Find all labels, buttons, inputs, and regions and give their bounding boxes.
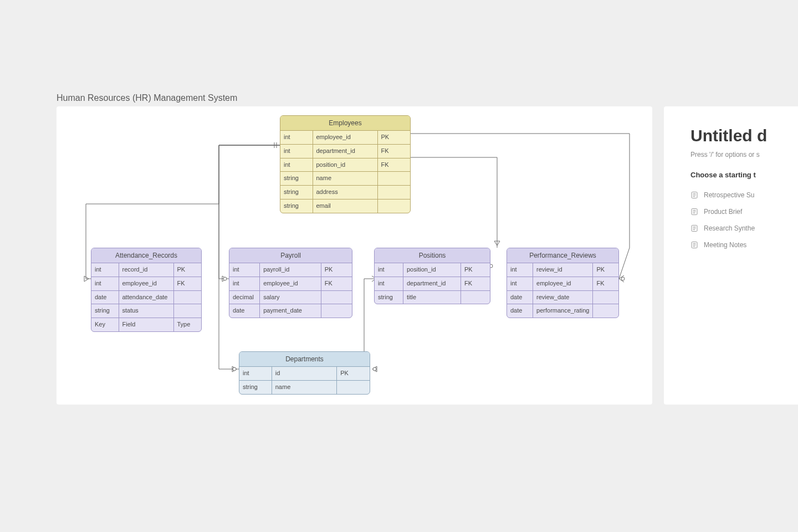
diagram-canvas[interactable]: Employeesintemployee_idPKintdepartment_i… xyxy=(57,106,652,405)
col-type: date xyxy=(507,304,533,318)
col-type: string xyxy=(239,380,272,394)
col-field: status xyxy=(119,304,174,318)
entity-row[interactable]: intposition_idFK xyxy=(280,158,410,172)
entity-row[interactable]: intrecord_idPK xyxy=(91,263,201,277)
entity-row[interactable]: dateattendance_date xyxy=(91,290,201,304)
col-key: FK xyxy=(321,277,352,290)
templates-heading: Choose a starting t xyxy=(690,171,798,179)
entity-row[interactable]: stringaddress xyxy=(280,185,410,199)
entity-header[interactable]: Performance_Reviews xyxy=(507,248,618,263)
col-key: PK xyxy=(174,263,202,277)
col-key: PK xyxy=(593,263,618,277)
col-key xyxy=(321,290,352,304)
template-item[interactable]: Research Synthe xyxy=(690,220,798,237)
entity-row[interactable]: intdepartment_idFK xyxy=(280,144,410,158)
entity-row[interactable]: stringname xyxy=(239,380,370,394)
col-key xyxy=(337,380,370,394)
svg-point-3 xyxy=(373,367,376,371)
entity-employees[interactable]: Employeesintemployee_idPKintdepartment_i… xyxy=(280,115,411,213)
col-field: employee_id xyxy=(119,277,174,290)
entity-header[interactable]: Payroll xyxy=(229,248,352,263)
col-type: string xyxy=(280,171,313,185)
col-key xyxy=(174,290,202,304)
col-key xyxy=(174,304,202,318)
document-icon xyxy=(690,208,698,216)
col-type: int xyxy=(91,263,119,277)
entity-row[interactable]: intreview_idPK xyxy=(507,263,618,277)
entity-row[interactable]: intposition_idPK xyxy=(375,263,490,277)
entity-row[interactable]: intdepartment_idFK xyxy=(375,277,490,290)
col-field: performance_rating xyxy=(533,304,593,318)
entity-row[interactable]: stringtitle xyxy=(375,290,490,304)
entity-payroll[interactable]: Payrollintpayroll_idPKintemployee_idFKde… xyxy=(229,248,352,318)
col-type: int xyxy=(229,277,260,290)
col-key: PK xyxy=(461,263,490,277)
entity-row[interactable]: intemployee_idPK xyxy=(280,131,410,144)
col-field: name xyxy=(272,380,337,394)
col-type: string xyxy=(280,185,313,199)
diagram-title: Human Resources (HR) Management System xyxy=(57,93,237,103)
col-field: Field xyxy=(119,318,174,331)
entity-row[interactable]: intemployee_idFK xyxy=(229,277,352,290)
col-key: PK xyxy=(378,131,411,144)
col-type: int xyxy=(507,277,533,290)
col-type: date xyxy=(91,290,119,304)
col-key: PK xyxy=(321,263,352,277)
doc-title[interactable]: Untitled d xyxy=(690,126,798,145)
col-field: record_id xyxy=(119,263,174,277)
entity-header[interactable]: Positions xyxy=(375,248,490,263)
col-field: department_id xyxy=(313,144,378,158)
col-field: review_date xyxy=(533,290,593,304)
col-key xyxy=(593,304,618,318)
entity-row[interactable]: datereview_date xyxy=(507,290,618,304)
entity-row[interactable]: decimalsalary xyxy=(229,290,352,304)
col-key xyxy=(461,290,490,304)
col-type: int xyxy=(507,263,533,277)
col-field: position_id xyxy=(403,263,461,277)
col-type: decimal xyxy=(229,290,260,304)
col-field: id xyxy=(272,367,337,380)
entity-row[interactable]: stringname xyxy=(280,171,410,185)
col-key xyxy=(378,199,411,213)
template-label: Meeting Notes xyxy=(704,241,746,249)
template-item[interactable]: Product Brief xyxy=(690,203,798,220)
col-key: PK xyxy=(337,367,370,380)
col-field: payment_date xyxy=(260,304,321,318)
col-type: int xyxy=(280,131,313,144)
template-item[interactable]: Meeting Notes xyxy=(690,237,798,253)
col-key xyxy=(378,171,411,185)
entity-row[interactable]: intidPK xyxy=(239,367,370,380)
entity-row[interactable]: KeyFieldType xyxy=(91,318,201,331)
template-item[interactable]: Retrospective Su xyxy=(690,187,798,203)
col-field: employee_id xyxy=(260,277,321,290)
entity-header[interactable]: Departments xyxy=(239,352,370,367)
col-type: date xyxy=(507,290,533,304)
entity-departments[interactable]: DepartmentsintidPKstringname xyxy=(239,351,370,395)
col-type: int xyxy=(280,144,313,158)
entity-row[interactable]: datepayment_date xyxy=(229,304,352,318)
entity-positions[interactable]: Positionsintposition_idPKintdepartment_i… xyxy=(374,248,490,304)
col-field: review_id xyxy=(533,263,593,277)
col-key xyxy=(321,304,352,318)
entity-performance-reviews[interactable]: Performance_Reviewsintreview_idPKintempl… xyxy=(507,248,619,318)
col-type: string xyxy=(280,199,313,213)
entity-row[interactable]: intemployee_idFK xyxy=(507,277,618,290)
template-label: Research Synthe xyxy=(704,224,755,232)
entity-row[interactable]: intemployee_idFK xyxy=(91,277,201,290)
entity-header[interactable]: Employees xyxy=(280,116,410,131)
entity-attendance-records[interactable]: Attendance_Recordsintrecord_idPKintemplo… xyxy=(91,248,202,332)
svg-point-0 xyxy=(223,277,227,280)
entity-row[interactable]: stringstatus xyxy=(91,304,201,318)
col-type: Key xyxy=(91,318,119,331)
entity-row[interactable]: dateperformance_rating xyxy=(507,304,618,318)
entity-header[interactable]: Attendance_Records xyxy=(91,248,201,263)
col-type: int xyxy=(91,277,119,290)
entity-row[interactable]: stringemail xyxy=(280,199,410,213)
entity-row[interactable]: intpayroll_idPK xyxy=(229,263,352,277)
doc-hint: Press '/' for options or s xyxy=(690,151,798,158)
col-field: name xyxy=(313,171,378,185)
col-key: FK xyxy=(461,277,490,290)
col-field: employee_id xyxy=(533,277,593,290)
document-icon xyxy=(690,241,698,249)
col-key xyxy=(378,185,411,199)
